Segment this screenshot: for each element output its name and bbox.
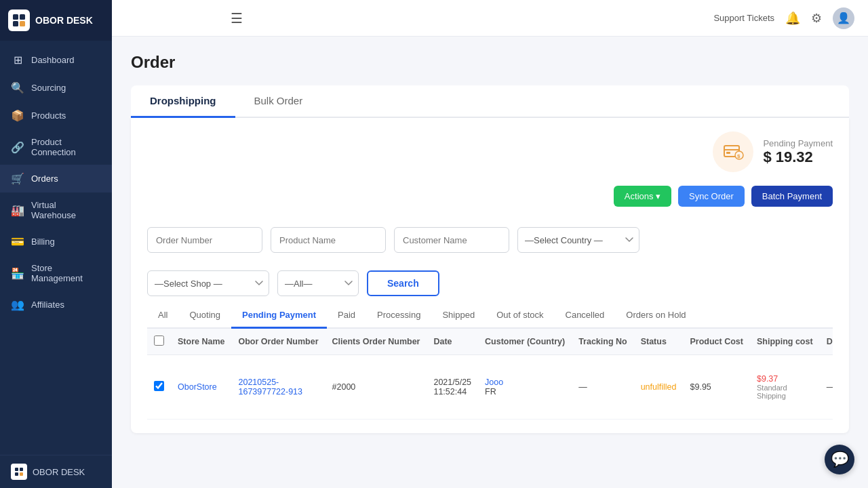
svg-rect-5 — [20, 468, 23, 471]
row-clients-order-number: #2000 — [326, 355, 427, 420]
main-tabs: Dropshipping Bulk Order — [131, 85, 849, 118]
sidebar-label-store-management: Store Management — [31, 263, 101, 283]
status-tab-processing[interactable]: Processing — [366, 303, 431, 329]
orders-icon: 🛒 — [11, 172, 24, 185]
col-header-obor-order: Obor Order Number — [231, 329, 325, 355]
tab-bulk-order[interactable]: Bulk Order — [235, 85, 322, 118]
row-checkbox[interactable] — [154, 381, 164, 391]
hamburger-button[interactable]: ☰ — [231, 10, 243, 26]
page-content: Order Dropshipping Bulk Order — [112, 37, 868, 488]
sidebar-logo[interactable]: OBOR DESK — [0, 0, 112, 41]
table-row: OborStore 20210525-1673977722-913 #2000 … — [147, 355, 833, 420]
sidebar-item-store-management[interactable]: 🏪 Store Management — [0, 256, 112, 291]
row-date: 2021/5/25 11:52:44 — [427, 355, 478, 420]
row-obor-order-number: 20210525-1673977722-913 — [231, 355, 325, 420]
tab-dropshipping[interactable]: Dropshipping — [131, 85, 235, 118]
status-tab-cancelled[interactable]: Cancelled — [555, 303, 616, 329]
sync-order-button[interactable]: Sync Order — [678, 186, 745, 207]
main-content: ☰ Support Tickets 🔔 ⚙ 👤 Order Dropshippi… — [112, 0, 868, 488]
svg-rect-6 — [15, 472, 18, 476]
svg-rect-1 — [20, 14, 25, 20]
shop-select[interactable]: —Select Shop — — [147, 270, 269, 296]
shipping-method: Standard Shipping — [757, 384, 813, 400]
col-header-shipping-cost: Shipping cost — [750, 329, 820, 355]
store-name-link[interactable]: OborStore — [178, 382, 217, 392]
row-discount-cost: — — [820, 355, 833, 420]
customer-link[interactable]: Jooo — [485, 378, 503, 387]
chat-icon: 💬 — [831, 451, 849, 468]
col-header-clients-order: Clients Order Number — [326, 329, 427, 355]
status-tab-quoting[interactable]: Quoting — [178, 303, 231, 329]
country-select[interactable]: —Select Country — — [517, 227, 639, 253]
actions-dropdown-button[interactable]: Actions ▾ — [614, 186, 671, 207]
sidebar-label-sourcing: Sourcing — [31, 83, 66, 93]
order-card: $ Pending Payment $ 19.32 Actions ▾ Sync… — [131, 118, 849, 433]
search-button[interactable]: Search — [367, 270, 439, 296]
col-header-status: Status — [634, 329, 684, 355]
sidebar-label-affiliates: Affiliates — [31, 300, 64, 310]
sidebar: OBOR DESK ⊞ Dashboard 🔍 Sourcing 📦 Produ… — [0, 0, 112, 488]
sidebar-item-orders[interactable]: 🛒 Orders — [0, 165, 112, 192]
sidebar-label-billing: Billing — [31, 237, 55, 247]
col-header-customer: Customer (Country) — [478, 329, 572, 355]
obor-logo-icon — [8, 9, 30, 31]
status-select[interactable]: —All— — [277, 270, 359, 296]
status-tab-all[interactable]: All — [147, 303, 178, 329]
sidebar-item-virtual-warehouse[interactable]: 🏭 Virtual Warehouse — [0, 192, 112, 228]
row-country: FR — [485, 387, 496, 396]
status-tab-pending-payment[interactable]: Pending Payment — [231, 303, 327, 329]
sidebar-label-product-connection: Product Connection — [31, 137, 101, 157]
user-avatar[interactable]: 👤 — [833, 7, 854, 29]
table-header-checkbox — [147, 329, 171, 355]
col-header-store-name: Store Name — [171, 329, 231, 355]
product-connection-icon: 🔗 — [11, 141, 24, 154]
sidebar-label-products: Products — [31, 110, 66, 121]
sidebar-label-virtual-warehouse: Virtual Warehouse — [31, 200, 101, 220]
row-shipping-cost: $9.37 Standard Shipping — [750, 355, 820, 420]
svg-rect-7 — [20, 472, 23, 476]
payment-amount: $ 19.32 — [763, 148, 833, 166]
obor-order-link[interactable]: 20210525-1673977722-913 — [238, 378, 302, 396]
chat-bubble[interactable]: 💬 — [825, 445, 854, 474]
sidebar-bottom-label: OBOR DESK — [33, 467, 85, 477]
sidebar-item-product-connection[interactable]: 🔗 Product Connection — [0, 129, 112, 165]
store-management-icon: 🏪 — [11, 267, 24, 280]
customer-name-input[interactable] — [394, 227, 509, 253]
orders-table-wrap: Store Name Obor Order Number Clients Ord… — [147, 329, 833, 420]
col-header-date: Date — [427, 329, 478, 355]
virtual-warehouse-icon: 🏭 — [11, 204, 24, 217]
status-tab-shipped[interactable]: Shipped — [431, 303, 486, 329]
dashboard-icon: ⊞ — [11, 54, 24, 66]
avatar-icon: 👤 — [837, 12, 850, 24]
order-number-input[interactable] — [147, 227, 262, 253]
sourcing-icon: 🔍 — [11, 81, 24, 94]
sidebar-item-affiliates[interactable]: 👥 Affiliates — [0, 291, 112, 319]
row-tracking-no: — — [572, 355, 634, 420]
sidebar-item-dashboard[interactable]: ⊞ Dashboard — [0, 46, 112, 74]
payment-info: Pending Payment $ 19.32 — [763, 138, 833, 166]
sidebar-item-billing[interactable]: 💳 Billing — [0, 228, 112, 256]
batch-payment-button[interactable]: Batch Payment — [751, 186, 833, 207]
svg-rect-3 — [20, 21, 25, 26]
status-tabs: All Quoting Pending Payment Paid Process… — [147, 303, 833, 329]
support-tickets-link[interactable]: Support Tickets — [713, 13, 774, 23]
products-icon: 📦 — [11, 109, 24, 122]
col-header-discount-cost: Discount cost — [820, 329, 833, 355]
product-name-input[interactable] — [271, 227, 386, 253]
select-all-checkbox[interactable] — [154, 336, 164, 346]
notifications-icon[interactable]: 🔔 — [785, 11, 800, 26]
row-checkbox-cell — [147, 355, 171, 420]
status-tab-out-of-stock[interactable]: Out of stock — [486, 303, 554, 329]
sidebar-item-products[interactable]: 📦 Products — [0, 102, 112, 129]
row-store-name: OborStore — [171, 355, 231, 420]
action-buttons-row: Actions ▾ Sync Order Batch Payment — [147, 179, 833, 216]
settings-icon[interactable]: ⚙ — [811, 11, 822, 26]
sidebar-item-sourcing[interactable]: 🔍 Sourcing — [0, 74, 112, 102]
svg-rect-4 — [15, 468, 18, 471]
col-header-product-cost: Product Cost — [684, 329, 750, 355]
sidebar-bottom[interactable]: OBOR DESK — [0, 455, 112, 488]
shipping-cost-amount: $9.37 — [757, 374, 813, 384]
status-tab-orders-on-hold[interactable]: Orders on Hold — [615, 303, 696, 329]
payment-label: Pending Payment — [763, 138, 833, 148]
status-tab-paid[interactable]: Paid — [327, 303, 366, 329]
